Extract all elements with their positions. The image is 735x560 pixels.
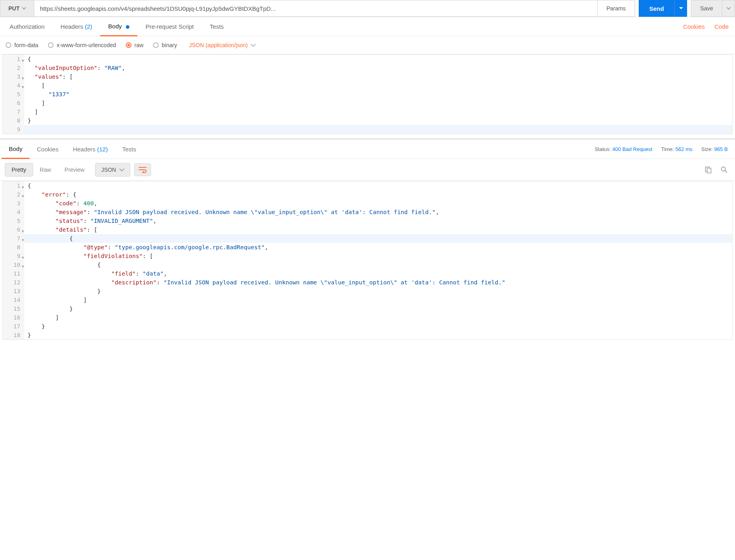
response-format-select[interactable]: JSON bbox=[95, 163, 130, 177]
code-line: 6▼ "details": [ bbox=[3, 225, 732, 234]
code-content: "description": "Invalid JSON payload rec… bbox=[24, 278, 732, 287]
code-content: "code": 400, bbox=[24, 199, 732, 208]
code-content: } bbox=[24, 116, 31, 125]
code-line: 15 } bbox=[3, 304, 732, 313]
line-number: 3 bbox=[3, 199, 24, 208]
radio-urlencoded[interactable]: x-www-form-urlencoded bbox=[48, 42, 116, 48]
search-response-button[interactable] bbox=[718, 164, 730, 176]
word-wrap-button[interactable] bbox=[134, 163, 151, 176]
code-line: 18} bbox=[3, 331, 732, 340]
body-type-row: form-data x-www-form-urlencoded raw bina… bbox=[0, 36, 735, 54]
svg-line-3 bbox=[725, 171, 727, 173]
radio-binary-label: binary bbox=[162, 42, 177, 48]
code-content: [ bbox=[24, 81, 45, 90]
url-input[interactable]: https://sheets.googleapis.com/v4/spreads… bbox=[34, 0, 598, 17]
line-number: 1▼ bbox=[3, 181, 24, 190]
line-number: 5 bbox=[3, 216, 24, 225]
code-content: ] bbox=[24, 99, 45, 107]
code-line: 7 ] bbox=[3, 107, 732, 116]
radio-dot-icon bbox=[6, 42, 11, 48]
line-number: 12 bbox=[3, 278, 24, 287]
code-content: } bbox=[24, 287, 732, 296]
send-button[interactable]: Send bbox=[639, 0, 674, 17]
line-number: 3▼ bbox=[3, 72, 24, 81]
code-content: "message": "Invalid JSON payload receive… bbox=[24, 208, 732, 216]
tab-body[interactable]: Body bbox=[100, 17, 137, 36]
line-number: 1▼ bbox=[3, 55, 24, 64]
line-number: 4▼ bbox=[3, 81, 24, 90]
code-content: "fieldViolations": [ bbox=[24, 252, 732, 260]
line-number: 2▼ bbox=[3, 190, 24, 199]
code-line: 1▼{ bbox=[3, 181, 732, 190]
tab-prerequest[interactable]: Pre-request Script bbox=[137, 18, 202, 36]
code-link[interactable]: Code bbox=[709, 18, 733, 36]
response-tabs: Body Cookies Headers (12) Tests Status: … bbox=[0, 140, 735, 159]
radio-form-data[interactable]: form-data bbox=[6, 42, 38, 48]
resp-tab-headers-count: (12) bbox=[97, 146, 108, 153]
radio-binary[interactable]: binary bbox=[153, 42, 177, 48]
code-line: 11 "field": "data", bbox=[3, 269, 732, 278]
request-bar: PUT https://sheets.googleapis.com/v4/spr… bbox=[0, 0, 735, 17]
copy-response-button[interactable] bbox=[702, 164, 714, 176]
chevron-down-icon bbox=[119, 169, 124, 171]
chevron-down-icon bbox=[22, 7, 26, 10]
view-pretty-button[interactable]: Pretty bbox=[5, 163, 33, 177]
tab-headers-label: Headers bbox=[61, 23, 83, 30]
size-label: Size: bbox=[701, 146, 713, 152]
code-content: "1337" bbox=[24, 90, 70, 99]
svg-rect-1 bbox=[707, 168, 711, 173]
code-line: 16 ] bbox=[3, 313, 732, 322]
tab-headers[interactable]: Headers (2) bbox=[53, 18, 100, 36]
response-meta: Status: 400 Bad Request Time: 562 ms Siz… bbox=[595, 146, 733, 152]
response-body-viewer[interactable]: 1▼{2▼ "error": {3 "code": 400,4 "message… bbox=[2, 181, 733, 340]
line-number: 8 bbox=[3, 243, 24, 252]
save-options-button[interactable] bbox=[722, 0, 735, 17]
code-line: 3 "code": 400, bbox=[3, 199, 732, 208]
code-line: 14 ] bbox=[3, 296, 732, 304]
time-label: Time: bbox=[661, 146, 674, 152]
save-button[interactable]: Save bbox=[691, 0, 722, 17]
line-number: 4 bbox=[3, 208, 24, 216]
content-type-select[interactable]: JSON (application/json) bbox=[189, 42, 256, 48]
line-number: 15 bbox=[3, 304, 24, 313]
send-options-button[interactable] bbox=[674, 0, 687, 17]
view-preview-button[interactable]: Preview bbox=[58, 163, 91, 177]
tab-authorization[interactable]: Authorization bbox=[2, 18, 53, 36]
resp-tab-body[interactable]: Body bbox=[2, 140, 30, 159]
request-body-editor[interactable]: 1▼{2 "valueInputOption": "RAW",3▼ "value… bbox=[2, 54, 733, 134]
radio-raw[interactable]: raw bbox=[126, 42, 144, 48]
line-number: 9▼ bbox=[3, 252, 24, 260]
code-line: 3▼ "values": [ bbox=[3, 72, 732, 81]
code-line: 5 "status": "INVALID_ARGUMENT", bbox=[3, 216, 732, 225]
code-line: 2 "valueInputOption": "RAW", bbox=[3, 64, 732, 72]
code-content: "field": "data", bbox=[24, 269, 732, 278]
code-line: 4▼ [ bbox=[3, 81, 732, 90]
http-method-select[interactable]: PUT bbox=[0, 0, 34, 17]
view-raw-button[interactable]: Raw bbox=[33, 163, 58, 177]
radio-urlencoded-label: x-www-form-urlencoded bbox=[57, 42, 116, 48]
line-number: 16 bbox=[3, 313, 24, 322]
response-format-label: JSON bbox=[101, 167, 116, 173]
code-line: 1▼{ bbox=[3, 55, 732, 64]
code-content: "@type": "type.googleapis.com/google.rpc… bbox=[24, 243, 732, 252]
code-line: 8 "@type": "type.googleapis.com/google.r… bbox=[3, 243, 732, 252]
resp-tab-tests[interactable]: Tests bbox=[115, 140, 143, 158]
chevron-down-icon bbox=[251, 44, 256, 47]
line-number: 10▼ bbox=[3, 260, 24, 269]
resp-tab-headers[interactable]: Headers (12) bbox=[66, 140, 115, 158]
resp-tab-cookies[interactable]: Cookies bbox=[30, 140, 66, 158]
radio-raw-label: raw bbox=[135, 42, 144, 48]
params-button[interactable]: Params bbox=[598, 0, 635, 17]
radio-dot-icon bbox=[48, 42, 54, 48]
line-number: 9 bbox=[3, 125, 24, 134]
code-content: { bbox=[24, 234, 732, 243]
line-number: 5 bbox=[3, 90, 24, 99]
code-content: "values": [ bbox=[24, 72, 73, 81]
code-content: ] bbox=[24, 296, 732, 304]
tab-tests[interactable]: Tests bbox=[202, 18, 232, 36]
line-number: 6▼ bbox=[3, 225, 24, 234]
code-line: 9▼ "fieldViolations": [ bbox=[3, 252, 732, 260]
cookies-link[interactable]: Cookies bbox=[678, 18, 709, 36]
status-value: 400 Bad Request bbox=[612, 146, 652, 152]
line-number: 14 bbox=[3, 296, 24, 304]
